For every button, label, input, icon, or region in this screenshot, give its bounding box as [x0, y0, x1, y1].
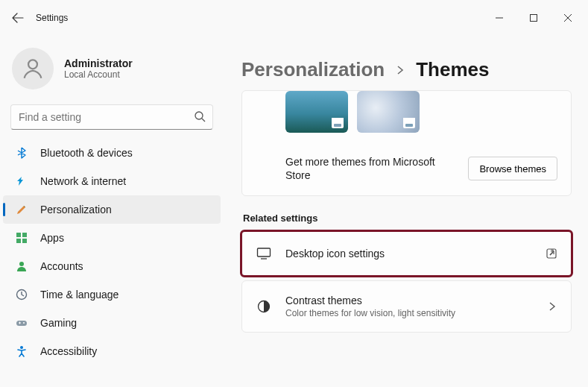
network-icon	[15, 174, 28, 188]
nav-label: Personalization	[40, 204, 112, 215]
setting-subtitle: Color themes for low vision, light sensi…	[285, 308, 455, 318]
avatar	[12, 48, 54, 89]
user-info: Administrator Local Account	[64, 57, 133, 80]
svg-rect-9	[16, 321, 27, 326]
accounts-icon	[15, 259, 28, 273]
chevron-right-icon	[395, 65, 405, 75]
svg-point-11	[20, 346, 23, 349]
gaming-icon	[15, 316, 28, 330]
minimize-icon	[496, 14, 503, 22]
nav-gaming[interactable]: Gaming	[3, 309, 221, 337]
breadcrumb-current: Themes	[416, 58, 489, 81]
monitor-icon	[256, 245, 272, 262]
theme-thumbnails	[242, 91, 571, 143]
setting-title: Contrast themes	[285, 295, 455, 306]
svg-rect-3	[16, 233, 21, 237]
nav-accessibility[interactable]: Accessibility	[3, 337, 221, 365]
taskbar-preview-icon	[332, 118, 344, 128]
nav-personalization[interactable]: Personalization	[3, 195, 221, 224]
setting-title: Desktop icon settings	[285, 248, 385, 259]
nav-label: Apps	[40, 232, 64, 244]
arrow-left-icon	[12, 12, 24, 24]
maximize-icon	[530, 14, 537, 22]
store-text: Get more themes from Microsoft Store	[285, 155, 449, 182]
accessibility-icon	[15, 344, 28, 358]
nav-network[interactable]: Network & internet	[3, 167, 221, 195]
nav-label: Bluetooth & devices	[40, 147, 133, 159]
svg-rect-12	[258, 248, 271, 257]
nav-label: Time & language	[40, 289, 118, 301]
svg-point-1	[28, 60, 37, 69]
breadcrumb-parent[interactable]: Personalization	[241, 58, 385, 81]
theme-thumbnail[interactable]	[357, 91, 420, 133]
maximize-button[interactable]	[516, 6, 551, 30]
nav-apps[interactable]: Apps	[3, 224, 221, 252]
themes-card: Get more themes from Microsoft Store Bro…	[241, 90, 572, 196]
search-icon	[194, 110, 206, 122]
theme-thumbnail[interactable]	[285, 91, 348, 133]
user-block[interactable]: Administrator Local Account	[0, 42, 224, 104]
app-title: Settings	[36, 13, 68, 23]
user-sub: Local Account	[64, 69, 133, 80]
nav-label: Gaming	[40, 317, 77, 329]
nav-time-language[interactable]: Time & language	[3, 280, 221, 309]
close-button[interactable]	[551, 6, 585, 30]
search-box	[10, 104, 213, 130]
sidebar: Administrator Local Account Bluetooth & …	[0, 36, 224, 387]
user-name: Administrator	[64, 57, 133, 69]
svg-rect-5	[16, 239, 21, 243]
minimize-button[interactable]	[482, 6, 516, 30]
user-icon	[20, 56, 45, 81]
nav-label: Accounts	[40, 260, 83, 272]
bluetooth-icon	[15, 146, 28, 160]
nav-label: Network & internet	[40, 175, 126, 187]
nav-label: Accessibility	[40, 345, 97, 357]
svg-point-10	[23, 322, 25, 324]
search-input[interactable]	[10, 104, 213, 130]
apps-icon	[15, 231, 28, 245]
desktop-icon-settings-row[interactable]: Desktop icon settings	[241, 231, 572, 276]
svg-point-7	[19, 262, 24, 266]
browse-themes-button[interactable]: Browse themes	[468, 157, 557, 180]
svg-rect-4	[22, 233, 27, 237]
svg-rect-6	[22, 239, 27, 243]
contrast-themes-row[interactable]: Contrast themes Color themes for low vis…	[241, 280, 572, 333]
titlebar: Settings	[0, 0, 588, 36]
nav-list: Bluetooth & devices Network & internet P…	[0, 137, 224, 365]
nav-bluetooth[interactable]: Bluetooth & devices	[3, 139, 221, 167]
breadcrumb: Personalization Themes	[241, 58, 572, 81]
store-row: Get more themes from Microsoft Store Bro…	[242, 143, 571, 195]
nav-accounts[interactable]: Accounts	[3, 252, 221, 280]
contrast-icon	[256, 298, 272, 315]
close-icon	[564, 14, 572, 22]
clock-icon	[15, 288, 28, 301]
open-external-icon	[546, 248, 557, 259]
taskbar-preview-icon	[403, 118, 415, 128]
svg-rect-0	[531, 15, 537, 22]
svg-point-2	[195, 112, 203, 119]
window-controls	[482, 6, 585, 30]
main-content: Personalization Themes Get more themes f…	[231, 36, 579, 387]
paintbrush-icon	[15, 203, 28, 216]
back-button[interactable]	[3, 3, 33, 33]
related-settings-header: Related settings	[243, 213, 572, 224]
chevron-right-icon	[547, 301, 557, 312]
